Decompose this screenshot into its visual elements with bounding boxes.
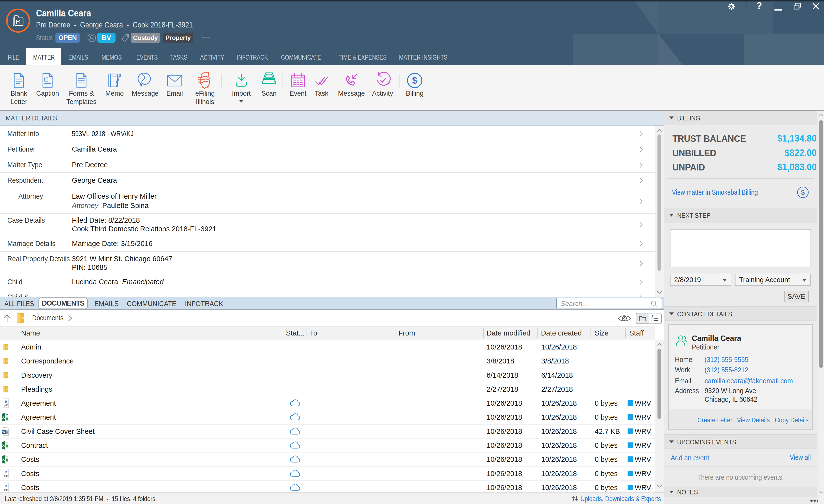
svg-text:pdf: pdf xyxy=(4,488,8,491)
svg-text:e: e xyxy=(5,483,7,488)
svg-text:pdf: pdf xyxy=(4,474,8,477)
svg-text:pdf: pdf xyxy=(4,404,8,407)
svg-text:X: X xyxy=(2,443,5,447)
svg-text:$: $ xyxy=(801,189,805,196)
svg-text:w: w xyxy=(2,430,5,434)
svg-text:X: X xyxy=(2,458,5,462)
svg-text:X: X xyxy=(2,415,5,419)
svg-text:$: $ xyxy=(412,75,417,86)
svg-text:e: e xyxy=(5,470,7,474)
svg-text:e: e xyxy=(5,399,7,404)
